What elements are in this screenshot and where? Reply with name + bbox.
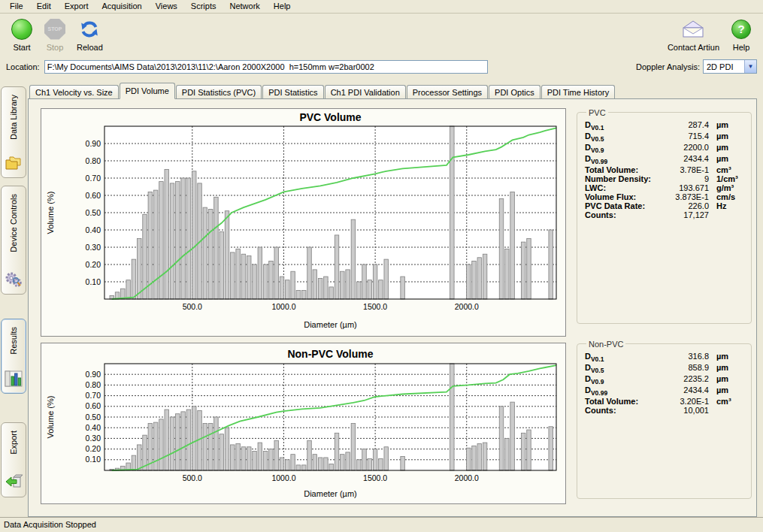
stat-value: 2200.0 [661,143,709,152]
menu-item-edit[interactable]: Edit [30,0,58,12]
start-button[interactable]: Start [8,17,36,53]
tab-pdi-optics[interactable]: PDI Optics [489,85,540,99]
stat-value: 2434.4 [661,154,709,163]
non-pvc-stat-row: Total Volume:3.20E-1cm³ [583,397,745,406]
reload-icon [79,18,100,41]
stat-unit: µm [709,154,743,163]
stat-label: DV0.5 [585,131,661,143]
stat-label: Counts: [585,406,661,415]
stat-label: Total Volume: [585,165,661,174]
stat-value: 9 [661,174,709,183]
bar-chart-icon [5,370,23,388]
stat-value: 3.78E-1 [661,165,709,174]
svg-text:1000.0: 1000.0 [271,302,295,311]
app-window: FileEditExportAcquisitionViewsScriptsNet… [0,0,763,532]
doppler-analysis-select[interactable]: 2D PDI ▼ [703,59,757,74]
pvc-stat-row: DV0.992434.4µm [583,154,745,165]
sidebar-item-label: Results [9,327,18,355]
svg-text:1000.0: 1000.0 [271,473,295,482]
stat-value: 858.9 [661,363,709,372]
non-pvc-stat-row: DV0.5858.9µm [583,363,745,374]
stat-unit: µm [709,352,743,361]
svg-text:0.50: 0.50 [86,412,101,421]
start-icon [11,19,32,40]
svg-text:0.20: 0.20 [86,444,101,453]
menu-item-acquisition[interactable]: Acquisition [95,0,149,12]
pvc-stat-row: Volume Flux:3.873E-1cm/s [583,192,745,201]
pvc-stat-row: DV0.1287.4µm [583,120,745,131]
contact-artium-label: Contact Artiun [668,43,719,52]
menu-item-file[interactable]: File [3,0,30,12]
pvc-stat-row: DV0.5715.4µm [583,131,745,143]
doppler-analysis-label: Doppler Analysis: [636,62,700,71]
pvc-stat-row: Number Density:91/cm³ [583,174,745,183]
stat-value: 226.0 [661,201,709,210]
stat-label: Number Density: [585,174,661,183]
non-pvc-stat-row: Counts:10,001 [583,406,745,415]
stat-label: DV0.99 [585,154,661,165]
tab-processor-settings[interactable]: Processor Settings [407,85,488,99]
sidebar-item-export[interactable]: Export [1,422,26,497]
location-input[interactable] [44,60,488,74]
toolbar: Start STOP Stop Reload [0,14,763,59]
help-button[interactable]: ? Help [727,17,755,53]
stat-label: LWC: [585,183,661,192]
svg-text:0.10: 0.10 [86,455,101,464]
stop-button[interactable]: STOP Stop [41,17,69,53]
pvc-stat-row: PVC Data Rate:226.0Hz [583,201,745,210]
tab-strip: Ch1 Velocity vs. SizePDI VolumePDI Stati… [28,81,757,98]
non-pvc-stats-title: Non-PVC [586,340,625,349]
svg-text:0.80: 0.80 [86,380,101,389]
stat-value: 3.20E-1 [661,397,709,406]
stat-unit: µm [709,363,743,372]
stat-label: DV0.9 [585,143,661,154]
svg-text:0.90: 0.90 [86,369,101,378]
svg-text:Diameter (µm): Diameter (µm) [304,489,357,498]
stat-value: 3.873E-1 [661,192,709,201]
menu-item-export[interactable]: Export [58,0,95,12]
pvc-stat-row: Total Volume:3.78E-1cm³ [583,165,745,174]
non-pvc-stats-group: Non-PVC DV0.1316.8µmDV0.5858.9µmDV0.9223… [577,340,752,499]
stop-button-label: Stop [47,43,64,52]
menu-item-help[interactable]: Help [267,0,298,12]
tab-pdi-time-history[interactable]: PDI Time History [541,85,616,99]
tab-ch1-velocity-vs-size[interactable]: Ch1 Velocity vs. Size [29,85,119,99]
menu-item-network[interactable]: Network [223,0,266,12]
stat-unit: µm [709,143,743,152]
stat-unit: cm³ [709,397,743,406]
svg-text:0.70: 0.70 [86,391,101,400]
help-button-label: Help [733,43,750,52]
menu-item-views[interactable]: Views [149,0,184,12]
stat-unit: µm [709,131,743,141]
tab-pdi-volume[interactable]: PDI Volume [120,83,175,99]
menu-bar: FileEditExportAcquisitionViewsScriptsNet… [0,0,763,14]
menu-item-scripts[interactable]: Scripts [184,0,223,12]
reload-button[interactable]: Reload [74,17,106,53]
tab-pdi-statistics-pvc-[interactable]: PDI Statistics (PVC) [176,85,262,99]
stat-label: PVC Data Rate: [585,201,661,210]
stat-value: 193.671 [661,183,709,192]
tab-pdi-statistics[interactable]: PDI Statistics [262,85,323,99]
non-pvc-stat-row: DV0.992434.4µm [583,385,745,397]
non-pvc-stat-row: DV0.1316.8µm [583,352,745,363]
location-label: Location: [6,62,40,71]
pdi-volume-tab-page: PVC Volume0.100.200.300.400.500.600.700.… [28,98,757,517]
svg-text:Non-PVC Volume: Non-PVC Volume [287,348,373,360]
pvc-stats-group: PVC DV0.1287.4µmDV0.5715.4µmDV0.92200.0µ… [577,108,752,324]
stat-value: 316.8 [661,352,709,361]
stat-label: DV0.5 [585,363,661,374]
sidebar-item-results[interactable]: Results [1,319,26,394]
stat-value: 2235.2 [661,374,709,383]
start-button-label: Start [13,43,30,52]
svg-text:Volume (%): Volume (%) [46,395,55,438]
folders-icon [5,155,23,173]
tab-ch1-pdi-validation[interactable]: Ch1 PDI Validation [325,85,406,99]
stat-label: DV0.99 [585,385,661,397]
stat-label: Counts: [585,210,661,219]
sidebar-item-data-library[interactable]: Data Library [1,86,26,178]
pvc-stats-title: PVC [586,108,608,117]
sidebar-item-device-controls[interactable]: Device Controls [1,186,26,295]
stat-unit: cm³ [709,165,743,174]
stat-value: 715.4 [661,131,709,141]
contact-artium-button[interactable]: Contact Artiun [665,17,722,53]
